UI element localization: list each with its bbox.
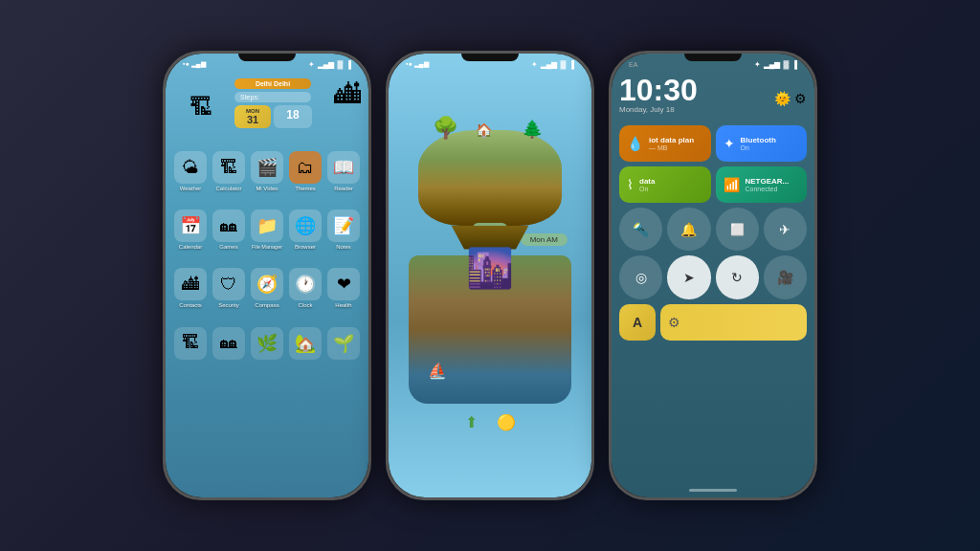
app-icon-calendar: 📅 — [174, 209, 207, 242]
app-browser[interactable]: 🌐 Browser — [288, 209, 323, 251]
cc-btn-screencast[interactable]: ⬜ — [716, 208, 759, 251]
sun-icon: 🌞 — [774, 91, 791, 106]
cal-num: 31 — [247, 114, 258, 125]
bt-sub: On — [741, 144, 776, 151]
ea-label: EA — [629, 61, 637, 68]
app-calculator[interactable]: 🏗 Calculator — [212, 151, 246, 192]
cc-header-icons: 🌞 ⚙ — [774, 91, 807, 106]
bell-icon: 🔔 — [680, 222, 697, 237]
app-extra-5[interactable]: 🌱 — [326, 327, 361, 360]
app-grid-row2: 📅 Calendar 🏘 Games 📁 File Manager 🌐 Brow… — [166, 204, 368, 256]
city-icon: 🏙 — [334, 78, 361, 110]
floating-island-top: 🌳 🌲 🏠 7-18 — [418, 130, 562, 226]
app-icon-calculator: 🏗 — [212, 151, 245, 184]
app-icon-extra-1: 🏗 — [174, 327, 207, 360]
cc-buttons-row1: 🔦 🔔 ⬜ ✈ — [619, 208, 807, 251]
app-contacts[interactable]: 🏙 Contacts — [173, 268, 208, 309]
app-icon-extra-4: 🏡 — [289, 327, 322, 360]
app-notes[interactable]: 📝 Notes — [326, 209, 361, 251]
app-icon-games: 🏘 — [212, 209, 245, 242]
app-icon-themes: 🗂 — [289, 151, 322, 184]
airplane-icon: ✈ — [779, 222, 791, 237]
cc-tile-data-text: data On — [639, 177, 655, 192]
data-icon: ⌇ — [627, 177, 634, 192]
city-island-bottom: 🌆 ⛵ — [409, 255, 571, 404]
iot-title: iot data plan — [649, 136, 694, 144]
cal-18: 18 — [286, 108, 299, 121]
app-icon-reader: 📖 — [327, 151, 360, 184]
notch-3 — [684, 54, 742, 61]
bluetooth-icon-2: ✦ — [531, 60, 538, 69]
battery-icon-2: ▐ — [568, 60, 574, 69]
app-games[interactable]: 🏘 Games — [212, 209, 246, 251]
app-label-health: Health — [335, 302, 351, 309]
notch-2 — [461, 54, 519, 61]
wifi-icon-2: ▓ — [560, 60, 566, 69]
app-extra-2[interactable]: 🏘 — [212, 327, 246, 360]
app-security[interactable]: 🛡 Security — [212, 268, 246, 309]
carrier-signal-2: ▪● ▂▄▆ — [406, 60, 429, 68]
cc-btn-airplane[interactable]: ✈ — [764, 208, 807, 251]
app-weather[interactable]: 🌤 Weather — [173, 151, 208, 192]
calendar-widget: MON 31 — [234, 105, 271, 128]
cc-btn-cast[interactable]: ↻ — [716, 255, 759, 298]
app-themes[interactable]: 🗂 Themes — [288, 151, 323, 192]
cc-btn-camera[interactable]: 🎥 — [764, 255, 807, 298]
app-icon-security: 🛡 — [212, 268, 245, 300]
cc-tiles-grid: 💧 iot data plan — MB ✦ Bluetooth On — [619, 125, 807, 203]
app-label-mivideo: Mi Video — [256, 186, 278, 192]
settings-icon: ⚙ — [794, 91, 807, 106]
app-icon-clock: 🕐 — [289, 268, 322, 300]
cc-tile-data[interactable]: ⌇ data On — [619, 166, 711, 203]
cc-a-button[interactable]: A — [619, 304, 656, 341]
phones-container: ▪● ▂▄▆ ✦ ▂▄▆ ▓ ▐ 🏗 Delhi Delhi — [163, 51, 817, 500]
cc-tile-wifi[interactable]: 📶 NETGEAR... Connected — [716, 166, 808, 203]
wifi-title: NETGEAR... — [746, 177, 790, 186]
app-extra-4[interactable]: 🏡 — [288, 327, 323, 360]
a-label: A — [633, 315, 642, 330]
phone-3-screen: EA ✦ ▂▄▆ ▓ ▐ 10:30 Monday, July 18 — [612, 54, 814, 497]
steps-label: Steps: — [240, 94, 259, 100]
cc-tile-iot[interactable]: 💧 iot data plan — MB — [619, 125, 711, 162]
bluetooth-tile-icon: ✦ — [724, 136, 735, 151]
cc-btn-privacy[interactable]: ◎ — [619, 255, 662, 298]
app-label-browser: Browser — [295, 244, 316, 251]
city-emoji: 🌆 — [466, 246, 514, 291]
widget-area: 🏗 Delhi Delhi Steps: MON 31 — [166, 75, 368, 140]
app-label-filemanager: File Manager — [252, 244, 282, 251]
app-reader[interactable]: 📖 Reader — [326, 151, 361, 192]
cc-time-date: 10:30 Monday, July 18 — [619, 75, 698, 121]
signal-icon-2: ▂▄▆ — [541, 60, 558, 69]
screencast-icon: ⬜ — [730, 223, 745, 236]
location-pill: Delhi Delhi — [234, 78, 311, 89]
app-calendar[interactable]: 📅 Calendar — [173, 209, 208, 251]
wifi-tile-icon: 📶 — [724, 177, 740, 192]
cc-tile-wifi-text: NETGEAR... Connected — [746, 177, 790, 192]
app-icon-contacts: 🏙 — [174, 268, 207, 300]
app-grid-row4: 🏗 🏘 🌿 🏡 🌱 — [166, 321, 368, 365]
app-mivideo[interactable]: 🎬 Mi Video — [250, 151, 284, 192]
app-health[interactable]: ❤ Health — [326, 268, 361, 309]
app-label-compass: Compass — [255, 302, 278, 309]
app-clock[interactable]: 🕐 Clock — [288, 268, 323, 309]
app-extra-3[interactable]: 🌿 — [250, 327, 284, 360]
home-screen: ▪● ▂▄▆ ✦ ▂▄▆ ▓ ▐ 🏗 Delhi Delhi — [166, 54, 368, 497]
bottom-arrows: ⬆ 🟡 — [465, 413, 516, 431]
app-icon-mivideo: 🎬 — [251, 151, 283, 184]
wifi-icon-1: ▓ — [337, 60, 343, 69]
status-icons-1: ✦ ▂▄▆ ▓ ▐ — [308, 60, 351, 69]
app-label-reader: Reader — [334, 186, 353, 192]
cc-btn-location[interactable]: ➤ — [667, 255, 710, 298]
app-filemanager[interactable]: 📁 File Manager — [250, 209, 284, 251]
cc-btn-bell[interactable]: 🔔 — [667, 208, 710, 251]
app-compass[interactable]: 🧭 Compass — [250, 268, 284, 309]
floating-island-container: 🌳 🌲 🏠 7-18 — [418, 130, 562, 226]
cc-tile-bluetooth[interactable]: ✦ Bluetooth On — [716, 125, 808, 162]
app-extra-1[interactable]: 🏗 — [173, 327, 208, 360]
app-icon-browser: 🌐 — [289, 209, 322, 242]
app-label-contacts: Contacts — [179, 302, 202, 309]
cc-btn-flashlight[interactable]: 🔦 — [619, 208, 662, 251]
phone-2: ▪● ▂▄▆ ✦ ▂▄▆ ▓ ▐ 🌳 🌲 🏠 — [386, 51, 594, 500]
wallpaper-screen: ▪● ▂▄▆ ✦ ▂▄▆ ▓ ▐ 🌳 🌲 🏠 — [389, 54, 591, 497]
cc-brightness-slider[interactable]: ⚙ — [660, 304, 807, 341]
